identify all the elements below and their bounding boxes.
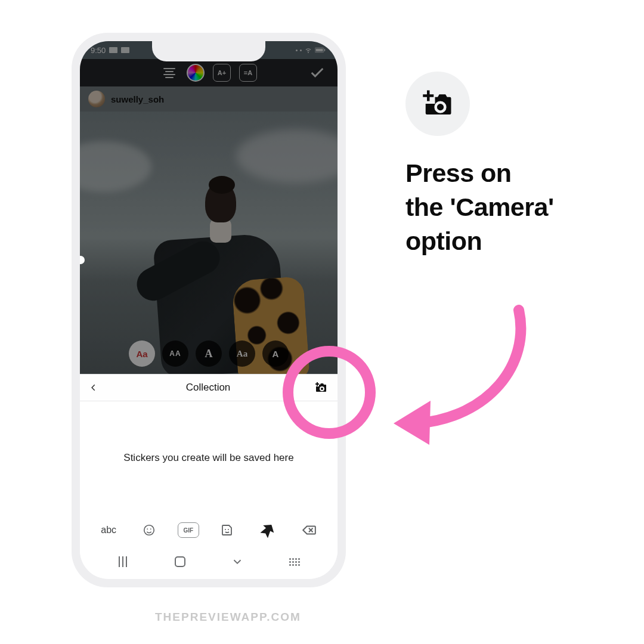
annotation-line-1: Press on: [405, 156, 626, 190]
text-style-button-2[interactable]: =A: [239, 64, 257, 82]
svg-rect-1: [316, 49, 323, 52]
status-signal-icon: [296, 49, 298, 51]
phone-frame: 9:50 A+: [72, 33, 346, 587]
font-option-3[interactable]: A: [196, 340, 222, 367]
text-style-button-1[interactable]: A+: [213, 64, 231, 82]
text-align-button[interactable]: [160, 64, 178, 82]
annotation-icon-badge: [405, 72, 470, 136]
keyboard-emoji-button[interactable]: [137, 521, 162, 540]
color-picker-button[interactable]: [187, 64, 205, 82]
status-time: 9:50: [91, 46, 106, 55]
phone-screen: 9:50 A+: [80, 41, 338, 579]
keyboard-gif-button[interactable]: GIF: [178, 522, 199, 538]
watermark-text: THEPREVIEWAPP.COM: [155, 611, 301, 624]
status-signal-icon: [300, 49, 302, 51]
keyboard-sticker-button[interactable]: [215, 521, 240, 540]
svg-point-3: [144, 525, 154, 535]
text-size-slider[interactable]: [80, 256, 85, 264]
svg-point-4: [147, 528, 148, 530]
svg-rect-2: [324, 49, 326, 51]
user-row: suwelly_soh: [80, 86, 338, 112]
nav-recent-button[interactable]: [114, 553, 132, 571]
phone-notch: [152, 41, 265, 61]
status-card-icon: [121, 47, 129, 53]
keyboard-backspace-button[interactable]: [296, 521, 321, 540]
story-text-toolbar: A+ =A: [80, 59, 338, 86]
font-option-5[interactable]: A: [262, 340, 289, 367]
svg-point-7: [228, 529, 229, 530]
font-option-1[interactable]: Aa: [129, 340, 155, 367]
android-nav-bar: [80, 546, 338, 578]
keyboard-pin-button[interactable]: [255, 521, 280, 540]
sticker-empty-text: Stickers you create will be saved here: [123, 452, 293, 464]
annotation-arrow: [382, 298, 549, 453]
story-photo: Aa AA A Aa A: [80, 112, 338, 374]
annotation-line-2: the 'Camera': [405, 190, 626, 224]
annotation-text: Press on the 'Camera' option: [405, 156, 626, 258]
annotation-block: Press on the 'Camera' option: [405, 72, 626, 258]
nav-home-button[interactable]: [171, 553, 189, 571]
nav-keyboard-button[interactable]: [286, 553, 304, 571]
username-label: suwelly_soh: [111, 94, 164, 104]
pin-icon: [259, 521, 277, 540]
font-option-4[interactable]: Aa: [229, 340, 255, 367]
svg-point-6: [225, 529, 226, 530]
collection-back-button[interactable]: [89, 381, 103, 395]
nav-back-button[interactable]: [228, 553, 246, 571]
svg-point-5: [150, 528, 151, 530]
annotation-highlight-circle: [283, 346, 376, 439]
font-option-2[interactable]: AA: [162, 340, 188, 367]
avatar: [88, 91, 105, 107]
story-editor-dimmed-area: 9:50 A+: [80, 41, 338, 374]
collection-title: Collection: [186, 382, 231, 394]
status-image-icon: [109, 47, 117, 53]
keyboard-abc-button[interactable]: abc: [96, 521, 121, 540]
done-checkmark-button[interactable]: [309, 64, 326, 81]
wifi-icon: [304, 47, 312, 54]
annotation-line-3: option: [405, 224, 626, 258]
camera-add-icon: [422, 88, 454, 120]
battery-icon: [315, 47, 326, 53]
keyboard-quick-row: abc GIF: [80, 515, 338, 546]
